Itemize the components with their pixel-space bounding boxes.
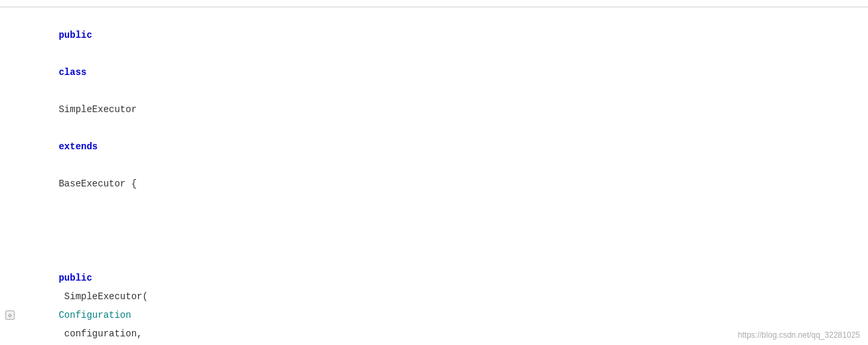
code-content-3: public SimpleExecutor( Configuration con…: [20, 232, 868, 345]
code-content-2: [20, 213, 868, 232]
kw-extends-1: extends: [58, 141, 98, 152]
gutter-icon-3: ◇: [5, 310, 15, 320]
gutter-3: ◇: [0, 310, 20, 320]
code-editor: public class SimpleExecutor extends Base…: [0, 0, 868, 345]
code-line-3: ◇ public SimpleExecutor( Configuration c…: [0, 232, 868, 345]
kw-public-1: public: [58, 30, 92, 40]
code-line-2: [0, 213, 868, 232]
watermark: https://blog.csdn.net/qq_32281025: [738, 330, 860, 340]
kw-class-1: class: [58, 67, 86, 78]
code-content-1: public class SimpleExecutor extends Base…: [20, 7, 868, 212]
classname: SimpleExecutor: [58, 104, 137, 115]
base-class: BaseExecutor {: [58, 178, 137, 189]
code-line-1: public class SimpleExecutor extends Base…: [0, 7, 868, 212]
